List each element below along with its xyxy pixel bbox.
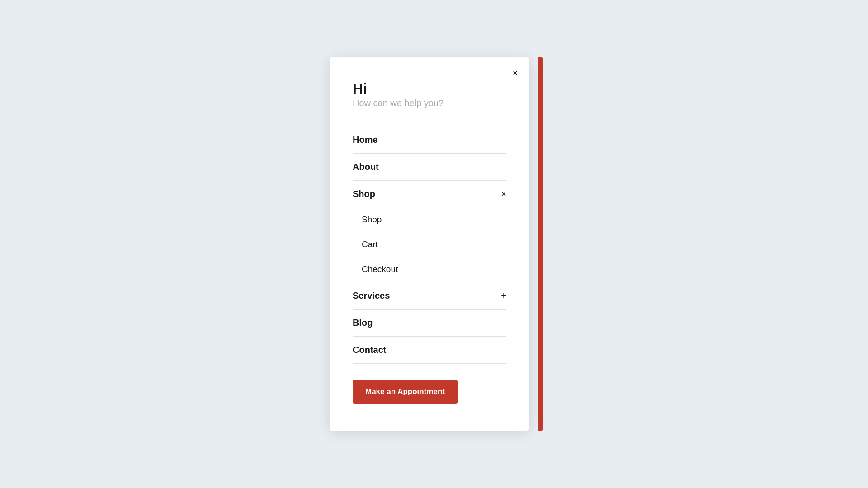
- nav-link-home[interactable]: Home: [353, 127, 506, 153]
- submenu-item-cart: Cart: [362, 232, 506, 257]
- modal-wrapper: × Hi How can we help you? Home About: [330, 57, 538, 431]
- submenu-link-checkout[interactable]: Checkout: [362, 257, 506, 282]
- nav-item-about: About: [353, 154, 506, 181]
- nav-link-shop[interactable]: Shop ×: [353, 181, 506, 207]
- greeting-hi: Hi: [353, 80, 506, 97]
- shop-collapse-icon: ×: [501, 189, 506, 199]
- nav-item-services: Services +: [353, 282, 506, 310]
- services-expand-icon: +: [501, 291, 506, 301]
- modal: × Hi How can we help you? Home About: [330, 57, 529, 431]
- nav-label-about: About: [353, 162, 379, 172]
- page-background: × Hi How can we help you? Home About: [0, 0, 868, 488]
- submenu-shop: Shop Cart Checkout: [353, 207, 506, 282]
- nav-item-home: Home: [353, 127, 506, 154]
- submenu-link-shop[interactable]: Shop: [362, 207, 506, 232]
- submenu-link-cart[interactable]: Cart: [362, 232, 506, 257]
- make-appointment-button[interactable]: Make an Appointment: [353, 380, 458, 404]
- nav-label-contact: Contact: [353, 345, 386, 355]
- close-button[interactable]: ×: [512, 68, 518, 78]
- nav-label-home: Home: [353, 135, 378, 145]
- submenu-label-checkout: Checkout: [362, 264, 398, 274]
- nav-label-blog: Blog: [353, 318, 373, 328]
- red-accent-bar: [538, 57, 543, 431]
- nav-item-contact: Contact: [353, 337, 506, 364]
- nav-item-shop: Shop × Shop Cart: [353, 181, 506, 282]
- nav-link-services[interactable]: Services +: [353, 282, 506, 309]
- nav-link-blog[interactable]: Blog: [353, 310, 506, 336]
- submenu-label-shop: Shop: [362, 215, 382, 224]
- nav-item-blog: Blog: [353, 310, 506, 337]
- nav-list: Home About Shop ×: [353, 127, 506, 364]
- nav-link-contact[interactable]: Contact: [353, 337, 506, 363]
- nav-label-services: Services: [353, 291, 390, 301]
- submenu-item-checkout: Checkout: [362, 257, 506, 282]
- submenu-item-shop: Shop: [362, 207, 506, 232]
- greeting-sub: How can we help you?: [353, 98, 506, 108]
- nav-link-about[interactable]: About: [353, 154, 506, 180]
- submenu-label-cart: Cart: [362, 239, 378, 249]
- nav-label-shop: Shop: [353, 189, 375, 199]
